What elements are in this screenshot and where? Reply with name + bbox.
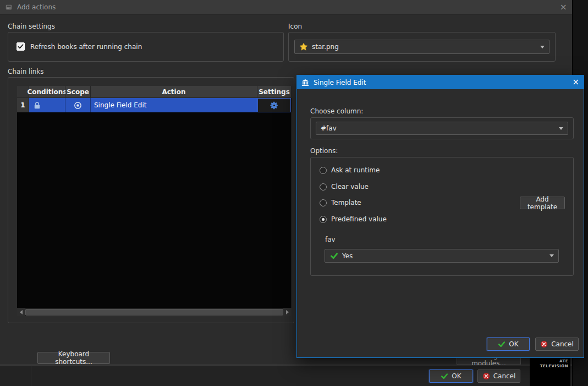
settings-cell[interactable] [257, 98, 292, 112]
gear-icon[interactable] [257, 98, 291, 112]
table-row[interactable]: 1 Single Field Edit [17, 98, 292, 112]
refresh-books-checkbox-row[interactable]: Refresh books after running chain [17, 42, 142, 51]
icon-select[interactable]: star.png [294, 40, 549, 54]
fav-value-select[interactable]: Yes [325, 249, 559, 263]
fav-value-text: Yes [342, 252, 353, 260]
add-actions-title: Add actions [17, 3, 56, 11]
keyboard-shortcuts-label: Keyboard shortcuts... [43, 350, 104, 366]
tv-cover-text-line1: ATE [532, 359, 568, 364]
sfe-ok-label: OK [509, 340, 518, 348]
action-name: Single Field Edit [94, 101, 146, 109]
column-header-action[interactable]: Action [91, 86, 257, 98]
radio-label: Template [331, 199, 361, 206]
single-field-edit-close-icon[interactable]: × [572, 78, 579, 86]
scrollbar-handle[interactable] [25, 309, 283, 316]
options-label: Options: [310, 147, 338, 155]
radio-label: Ask at runtime [331, 166, 380, 174]
scope-cell[interactable] [65, 98, 91, 112]
table-header-row: Conditions Scope Action Settings [17, 86, 292, 98]
column-edit-icon [301, 79, 309, 86]
add-template-label: Add template [526, 195, 559, 211]
bottom-strip-divider [31, 365, 31, 386]
cancel-x-icon [482, 372, 490, 380]
radio-predefined-value[interactable]: Predefined value [320, 215, 387, 223]
icon-group: star.png [288, 32, 556, 62]
chain-links-table: Conditions Scope Action Settings 1 [17, 86, 292, 316]
fav-field-label: fav [325, 236, 336, 243]
icon-select-value: star.png [312, 43, 339, 51]
parent-ok-label: OK [452, 372, 461, 380]
options-group: Ask at runtime Clear value Template Add … [310, 157, 574, 276]
add-actions-close-icon[interactable]: × [560, 3, 567, 12]
radio-clear-value[interactable]: Clear value [320, 183, 369, 191]
radio-icon[interactable] [320, 167, 327, 174]
single-field-edit-titlebar[interactable]: Single Field Edit × [297, 75, 584, 89]
add-actions-titlebar[interactable]: Add actions × [0, 0, 572, 15]
lock-icon [32, 101, 41, 110]
checkbox-checked-icon[interactable] [17, 42, 25, 51]
icon-label: Icon [288, 23, 302, 30]
radio-icon[interactable] [320, 199, 327, 206]
chevron-down-icon [549, 254, 554, 257]
radio-template[interactable]: Template [320, 199, 361, 206]
radio-selected-icon[interactable] [320, 216, 327, 223]
chain-settings-label: Chain settings [8, 23, 55, 30]
row-number: 1 [17, 98, 29, 112]
cancel-x-icon [540, 340, 548, 348]
chain-settings-group: Refresh books after running chain [8, 32, 284, 62]
parent-cancel-label: Cancel [493, 372, 516, 380]
column-header-conditions[interactable]: Conditions [29, 86, 65, 98]
radio-icon[interactable] [320, 183, 327, 191]
column-header-settings[interactable]: Settings [257, 86, 292, 98]
choose-column-label: Choose column: [310, 107, 363, 115]
radio-label: Clear value [331, 183, 369, 191]
scroll-right-arrow-icon[interactable] [283, 308, 292, 316]
ok-check-icon [441, 372, 448, 380]
action-cell[interactable]: Single Field Edit [91, 98, 257, 112]
parent-cancel-button[interactable]: Cancel [477, 369, 520, 383]
scope-target-icon [74, 101, 83, 110]
desktop: Add actions × Chain settings Refresh boo… [0, 0, 588, 386]
chain-links-group: Conditions Scope Action Settings 1 [8, 77, 294, 323]
single-field-edit-title: Single Field Edit [314, 79, 366, 86]
column-select[interactable]: #fav [316, 122, 568, 135]
table-empty-area [17, 112, 292, 308]
tv-cover-image: ATE TELEVISION [530, 357, 570, 386]
chevron-down-icon [540, 46, 545, 48]
horizontal-scrollbar[interactable] [17, 308, 292, 316]
parent-ok-button[interactable]: OK [429, 369, 473, 383]
action-chains-app-icon [5, 3, 13, 11]
column-header-scope[interactable]: Scope [65, 86, 91, 98]
yes-check-icon [329, 252, 338, 260]
choose-column-group: #fav [310, 117, 574, 139]
tv-cover-text-line2: TELEVISION [532, 364, 568, 369]
radio-label: Predefined value [331, 215, 387, 223]
chevron-down-icon [559, 127, 563, 130]
add-template-button[interactable]: Add template [520, 197, 565, 209]
sfe-ok-button[interactable]: OK [487, 338, 530, 351]
chain-links-label: Chain links [8, 68, 44, 75]
sfe-cancel-label: Cancel [551, 340, 574, 348]
refresh-books-label: Refresh books after running chain [30, 43, 142, 51]
star-icon [299, 42, 308, 51]
conditions-cell[interactable] [29, 98, 65, 112]
single-field-edit-dialog: Single Field Edit × Choose column: #fav … [296, 75, 584, 358]
keyboard-shortcuts-button[interactable]: Keyboard shortcuts... [37, 352, 110, 364]
sfe-cancel-button[interactable]: Cancel [535, 338, 579, 351]
scroll-left-arrow-icon[interactable] [17, 308, 25, 316]
column-select-value: #fav [321, 124, 337, 132]
ok-check-icon [498, 340, 505, 348]
radio-ask-at-runtime[interactable]: Ask at runtime [320, 166, 380, 174]
